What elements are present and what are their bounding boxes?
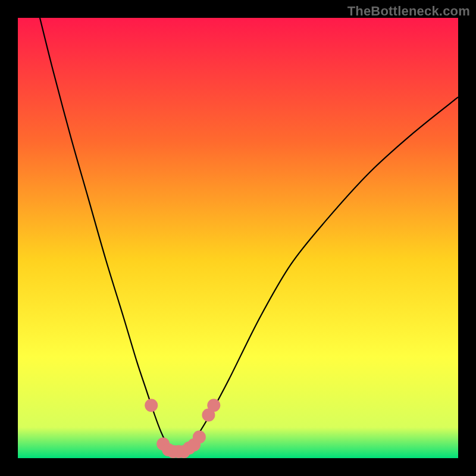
chart-frame: TheBottleneck.com — [0, 0, 476, 476]
highlight-dot — [145, 399, 158, 412]
highlight-dot — [207, 399, 220, 412]
highlight-dot — [193, 430, 206, 443]
chart-canvas — [0, 0, 476, 476]
watermark-text: TheBottleneck.com — [347, 4, 470, 19]
plot-background — [18, 18, 458, 458]
